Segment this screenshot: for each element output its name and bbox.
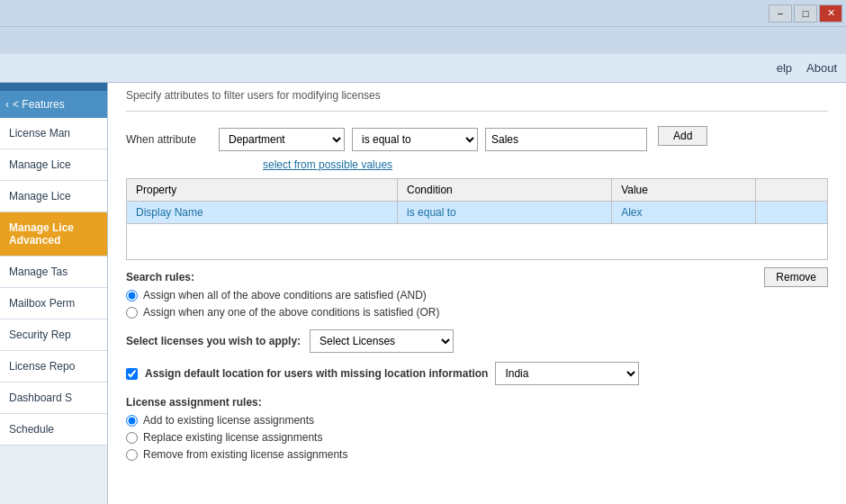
radio-add-row: Add to existing license assignments (126, 414, 828, 427)
chevron-left-icon: ‹ (5, 98, 9, 111)
location-checkbox[interactable] (126, 368, 138, 380)
sidebar-item-dashboard-s[interactable]: Dashboard S (0, 382, 107, 414)
sidebar-item-manage-lice-advanced[interactable]: Manage LiceAdvanced (0, 212, 107, 256)
license-row: Select licenses you wish to apply: Selec… (126, 329, 828, 353)
table-empty-row (127, 224, 828, 260)
location-checkbox-row: Assign default location for users with m… (126, 362, 828, 385)
cell-value: Alex (612, 202, 756, 224)
location-select[interactable]: India United States United Kingdom Germa… (495, 362, 639, 385)
sidebar-item-manage-lice-2[interactable]: Manage Lice (0, 181, 107, 212)
main-layout: Exchange Onlin ‹ < Features License Man … (0, 56, 846, 504)
sidebar-item-manage-tas[interactable]: Manage Tas (0, 256, 107, 288)
nav-about[interactable]: About (806, 61, 837, 75)
top-nav: elp About (0, 54, 846, 83)
location-checkbox-label: Assign default location for users with m… (145, 367, 488, 380)
radio-and-row: Assign when all of the above conditions … (126, 289, 764, 302)
sidebar: Exchange Onlin ‹ < Features License Man … (0, 56, 108, 504)
value-input[interactable] (485, 128, 647, 151)
title-bar: − □ ✕ (0, 0, 846, 27)
close-button[interactable]: ✕ (819, 4, 842, 22)
attribute-select[interactable]: Department Display Name Country City Job… (219, 128, 345, 151)
radio-replace[interactable] (126, 432, 138, 444)
table-row[interactable]: Display Name is equal to Alex (127, 202, 828, 224)
radio-add[interactable] (126, 415, 138, 427)
sidebar-item-security-rep[interactable]: Security Rep (0, 320, 107, 351)
features-label: < Features (13, 98, 65, 111)
col-extra (756, 179, 828, 202)
radio-remove-row: Remove from existing license assignments (126, 448, 828, 461)
radio-replace-row: Replace existing license assignments (126, 431, 828, 444)
empty-cell (127, 224, 828, 260)
attribute-row: When attribute Department Display Name C… (126, 126, 828, 153)
remove-button[interactable]: Remove (764, 267, 828, 287)
select-possible-values-link[interactable]: select from possible values (263, 158, 828, 171)
dialog-subtitle: Specify attributes to filter users for m… (126, 89, 828, 112)
radio-remove-existing[interactable] (126, 449, 138, 461)
title-bar-buttons: − □ ✕ (769, 4, 842, 22)
features-button[interactable]: ‹ < Features (0, 91, 107, 118)
sidebar-item-manage-lice-1[interactable]: Manage Lice (0, 149, 107, 181)
col-property: Property (127, 179, 398, 202)
add-button[interactable]: Add (658, 126, 707, 146)
radio-remove-label: Remove from existing license assignments (143, 448, 347, 461)
minimize-button[interactable]: − (769, 4, 792, 22)
cell-extra (756, 202, 828, 224)
search-rules-label: Search rules: (126, 271, 828, 284)
radio-and[interactable] (126, 290, 138, 302)
col-condition: Condition (398, 179, 612, 202)
sidebar-item-license-repo[interactable]: License Repo (0, 351, 107, 382)
radio-add-label: Add to existing license assignments (143, 414, 314, 427)
license-select[interactable]: Select Licenses (310, 329, 454, 353)
attributes-table: Property Condition Value Display Name is… (126, 178, 828, 260)
select-licenses-label: Select licenses you wish to apply: (126, 335, 301, 347)
restore-button[interactable]: □ (794, 4, 817, 22)
radio-replace-label: Replace existing license assignments (143, 431, 322, 444)
radio-or-row: Assign when any one of the above conditi… (126, 306, 828, 319)
when-attribute-label: When attribute (126, 133, 212, 146)
cell-property: Display Name (127, 202, 398, 224)
col-value: Value (612, 179, 756, 202)
assignment-rules-label: License assignment rules: (126, 396, 828, 409)
radio-or[interactable] (126, 307, 138, 319)
radio-or-label: Assign when any one of the above conditi… (143, 306, 440, 319)
cell-condition: is equal to (398, 202, 612, 224)
sidebar-item-schedule[interactable]: Schedule (0, 414, 107, 446)
condition-select[interactable]: is equal to is not equal to starts with … (352, 128, 478, 151)
radio-and-label: Assign when all of the above conditions … (143, 289, 427, 302)
dialog-content: Search Attributes Specify attributes to … (108, 56, 846, 504)
sidebar-item-license-man[interactable]: License Man (0, 118, 107, 149)
table-container: Property Condition Value Display Name is… (126, 178, 828, 260)
sidebar-item-mailbox-perm[interactable]: Mailbox Perm (0, 288, 107, 320)
nav-help[interactable]: elp (777, 61, 792, 75)
